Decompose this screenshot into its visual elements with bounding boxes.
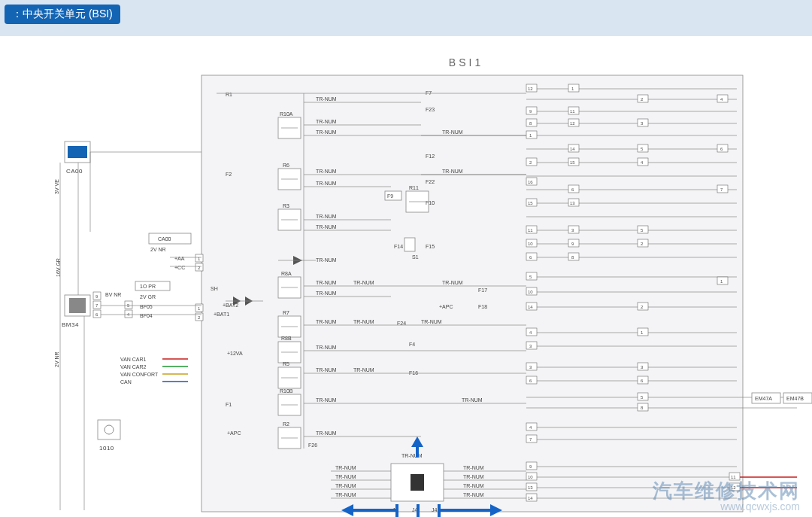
lbl-sh: SH bbox=[211, 286, 218, 291]
wire-3v-ve: 3V VE bbox=[54, 179, 59, 194]
svg-text:2V GR: 2V GR bbox=[140, 294, 156, 300]
svg-text:BF04: BF04 bbox=[140, 313, 153, 318]
svg-rect-6 bbox=[98, 420, 120, 439]
lbl-apc-mid: +APC bbox=[439, 304, 453, 309]
svg-text:TR-NUM: TR-NUM bbox=[462, 397, 483, 403]
svg-text:15: 15 bbox=[570, 160, 575, 165]
svg-text:R2: R2 bbox=[283, 421, 289, 427]
svg-text:TR-NUM: TR-NUM bbox=[335, 483, 356, 488]
schematic-svg: BSI1 CA00 BM34 1010 3V VE 16V GR 2V NR C… bbox=[0, 36, 812, 517]
svg-text:1O PR: 1O PR bbox=[140, 284, 156, 289]
svg-text:BM34: BM34 bbox=[62, 321, 79, 328]
svg-text:TR-NUM: TR-NUM bbox=[353, 280, 374, 285]
wire-2v-nr: 2V NR bbox=[54, 351, 59, 367]
svg-text:11: 11 bbox=[528, 228, 533, 233]
module-ca00: CA00 bbox=[65, 141, 90, 175]
svg-text:F16: F16 bbox=[409, 370, 418, 376]
svg-text:13: 13 bbox=[570, 201, 575, 205]
svg-text:10: 10 bbox=[528, 290, 533, 294]
svg-text:TR-NUM: TR-NUM bbox=[463, 465, 484, 470]
svg-text:TR-NUM: TR-NUM bbox=[335, 465, 356, 470]
svg-text:R1: R1 bbox=[226, 92, 232, 97]
svg-rect-4 bbox=[69, 298, 86, 313]
svg-text:10: 10 bbox=[528, 242, 533, 246]
svg-text:R6: R6 bbox=[283, 163, 289, 168]
svg-text:16: 16 bbox=[528, 180, 533, 184]
svg-text:13: 13 bbox=[528, 485, 533, 490]
svg-text:R10A: R10A bbox=[280, 111, 293, 117]
svg-text:TR-NUM: TR-NUM bbox=[316, 367, 337, 373]
svg-text:TR-NUM: TR-NUM bbox=[335, 474, 356, 479]
svg-text:F1: F1 bbox=[226, 402, 232, 407]
header-banner: ：中央开关单元 (BSI) bbox=[0, 0, 812, 36]
svg-text:R8A: R8A bbox=[281, 271, 292, 276]
lbl-12va: +12VA bbox=[227, 351, 243, 356]
svg-text:VAN CONFORT: VAN CONFORT bbox=[120, 372, 159, 377]
svg-text:TR-NUM: TR-NUM bbox=[463, 483, 484, 488]
svg-text:TR-NUM: TR-NUM bbox=[463, 474, 484, 479]
svg-text:F22: F22 bbox=[426, 179, 435, 184]
svg-text:F10: F10 bbox=[426, 200, 435, 205]
svg-text:F14: F14 bbox=[394, 244, 403, 249]
svg-text:TR-NUM: TR-NUM bbox=[316, 214, 337, 219]
svg-rect-282 bbox=[411, 474, 424, 491]
svg-text:F2: F2 bbox=[226, 172, 232, 177]
svg-text:R8B: R8B bbox=[281, 336, 292, 341]
svg-text:R10B: R10B bbox=[280, 388, 293, 394]
svg-text:TR-NUM: TR-NUM bbox=[463, 492, 484, 497]
module-1010: 1010 bbox=[98, 420, 120, 452]
svg-text:TR-NUM: TR-NUM bbox=[353, 367, 374, 373]
svg-text:F18: F18 bbox=[478, 304, 487, 309]
svg-text:10: 10 bbox=[528, 475, 533, 479]
svg-text:12: 12 bbox=[570, 121, 575, 126]
svg-text:TR-NUM: TR-NUM bbox=[442, 280, 463, 285]
svg-text:TR-NUM: TR-NUM bbox=[442, 169, 463, 174]
svg-text:11: 11 bbox=[731, 475, 736, 479]
svg-text:14: 14 bbox=[528, 496, 533, 500]
legend: VAN CAR1 VAN CAR2 VAN CONFORT CAN bbox=[120, 357, 188, 385]
svg-text:TR-NUM: TR-NUM bbox=[401, 453, 423, 458]
svg-text:TR-NUM: TR-NUM bbox=[316, 181, 337, 186]
svg-text:TR-NUM: TR-NUM bbox=[316, 257, 337, 263]
svg-text:TR-NUM: TR-NUM bbox=[316, 397, 337, 403]
svg-text:R3: R3 bbox=[283, 203, 289, 208]
svg-text:TR-NUM: TR-NUM bbox=[316, 169, 337, 174]
svg-text:BF05: BF05 bbox=[140, 304, 153, 309]
svg-text:F12: F12 bbox=[426, 154, 435, 159]
svg-text:TR-NUM: TR-NUM bbox=[316, 224, 337, 230]
svg-text:F15: F15 bbox=[426, 244, 435, 249]
schematic-page: BSI1 CA00 BM34 1010 3V VE 16V GR 2V NR C… bbox=[0, 36, 812, 517]
svg-text:F7: F7 bbox=[426, 90, 432, 96]
svg-text:F9: F9 bbox=[387, 193, 393, 199]
svg-text:EM47B: EM47B bbox=[786, 396, 804, 401]
svg-text:+CC: +CC bbox=[174, 265, 185, 270]
svg-text:1010: 1010 bbox=[99, 445, 114, 452]
svg-text:F23: F23 bbox=[426, 107, 435, 112]
svg-text:F4: F4 bbox=[409, 342, 415, 347]
svg-text:F17: F17 bbox=[478, 287, 487, 293]
lbl-apc: +APC bbox=[227, 430, 241, 436]
svg-text:TR-NUM: TR-NUM bbox=[316, 129, 337, 135]
svg-rect-1 bbox=[68, 146, 87, 158]
lbl-bat1: +BAT1 bbox=[214, 312, 229, 317]
svg-text:12: 12 bbox=[731, 485, 736, 490]
lbl-s1: S1 bbox=[412, 254, 419, 260]
svg-text:CA00: CA00 bbox=[66, 168, 83, 175]
svg-text:TR-NUM: TR-NUM bbox=[335, 492, 356, 497]
svg-text:TR-NUM: TR-NUM bbox=[316, 96, 337, 102]
svg-text:TR-NUM: TR-NUM bbox=[316, 280, 337, 285]
svg-text:VAN CAR2: VAN CAR2 bbox=[120, 364, 147, 370]
svg-text:TR-NUM: TR-NUM bbox=[316, 430, 337, 436]
svg-text:2V NR: 2V NR bbox=[150, 247, 166, 252]
bm34-harness-labels: BV NR 1O PR 2V GR BF05 BF04 9 7 6 5 4 bbox=[93, 281, 170, 318]
ca00-label-box: CA00 2V NR +AA +CC bbox=[149, 233, 191, 270]
svg-text:15: 15 bbox=[528, 201, 533, 205]
svg-text:BV NR: BV NR bbox=[105, 292, 121, 297]
switch-s1 bbox=[404, 238, 415, 251]
block-title: BSI1 bbox=[449, 56, 483, 68]
svg-text:J4: J4 bbox=[432, 507, 438, 512]
svg-text:TR-NUM: TR-NUM bbox=[316, 319, 337, 324]
svg-text:14: 14 bbox=[528, 305, 533, 309]
svg-text:F26: F26 bbox=[308, 442, 317, 448]
module-bm34: BM34 bbox=[62, 295, 90, 328]
